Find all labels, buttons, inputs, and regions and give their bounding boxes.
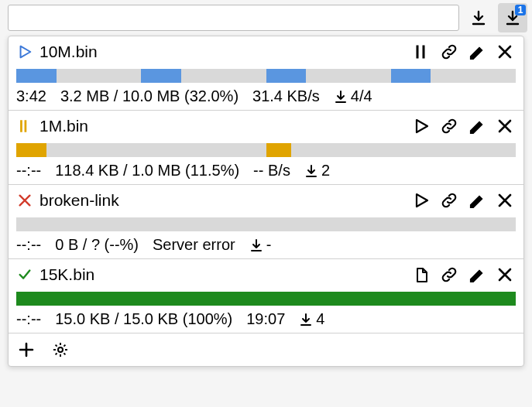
state-running-icon bbox=[16, 44, 33, 60]
edit-button[interactable] bbox=[466, 115, 488, 137]
settings-button[interactable] bbox=[49, 338, 72, 361]
download-item: 15K.bin --:-- 15.0 KB / 15.0 KB (100%) 1… bbox=[9, 259, 523, 333]
panel-footer bbox=[9, 333, 523, 366]
play-button[interactable] bbox=[410, 115, 432, 137]
edit-button[interactable] bbox=[466, 264, 488, 286]
connections: 4/4 bbox=[334, 87, 372, 105]
download-small-icon bbox=[334, 90, 348, 104]
state-done-icon bbox=[16, 267, 33, 282]
download-filename: broken-link bbox=[39, 191, 404, 210]
progress-bar bbox=[16, 217, 516, 231]
speed: Server error bbox=[153, 236, 235, 254]
connections: 2 bbox=[304, 162, 330, 180]
downloads-panel: 10M.bin 3:42 3.2 MB / 10.0 MB (32.0%) 31… bbox=[8, 36, 524, 367]
download-small-icon bbox=[249, 238, 263, 252]
connections: 4 bbox=[299, 310, 324, 328]
downloads-button[interactable] bbox=[464, 3, 493, 32]
pause-button[interactable] bbox=[410, 41, 432, 63]
file-button[interactable] bbox=[410, 264, 432, 286]
progress-text: 3.2 MB / 10.0 MB (32.0%) bbox=[60, 87, 239, 105]
edit-button[interactable] bbox=[466, 190, 488, 211]
download-small-icon bbox=[299, 313, 313, 327]
link-button[interactable] bbox=[438, 190, 460, 211]
download-filename: 10M.bin bbox=[39, 43, 404, 61]
download-manager-button[interactable]: 1 bbox=[498, 3, 527, 32]
download-filename: 15K.bin bbox=[39, 265, 404, 284]
add-download-button[interactable] bbox=[15, 338, 38, 361]
play-button[interactable] bbox=[410, 190, 432, 211]
link-button[interactable] bbox=[438, 41, 460, 63]
progress-text: 0 B / ? (--%) bbox=[55, 236, 139, 254]
download-item: 10M.bin 3:42 3.2 MB / 10.0 MB (32.0%) 31… bbox=[9, 36, 523, 111]
close-button[interactable] bbox=[494, 190, 516, 211]
eta: --:-- bbox=[16, 236, 41, 254]
state-error-icon bbox=[16, 193, 33, 208]
eta: 3:42 bbox=[16, 87, 46, 105]
download-small-icon bbox=[304, 164, 318, 178]
download-filename: 1M.bin bbox=[39, 117, 404, 135]
close-button[interactable] bbox=[494, 264, 516, 286]
download-item: 1M.bin --:-- 118.4 KB / 1.0 MB (11.5%) -… bbox=[9, 111, 523, 185]
close-button[interactable] bbox=[494, 115, 516, 137]
speed: -- B/s bbox=[253, 162, 290, 180]
close-button[interactable] bbox=[494, 41, 516, 63]
link-button[interactable] bbox=[438, 264, 460, 286]
eta: --:-- bbox=[16, 162, 41, 180]
browser-toolbar: 1 bbox=[0, 0, 532, 36]
progress-text: 15.0 KB / 15.0 KB (100%) bbox=[55, 310, 232, 328]
progress-text: 118.4 KB / 1.0 MB (11.5%) bbox=[55, 162, 239, 180]
state-paused-icon bbox=[16, 118, 33, 134]
link-button[interactable] bbox=[438, 115, 460, 137]
download-item: broken-link --:-- 0 B / ? (--%) Server e… bbox=[9, 185, 523, 259]
speed: 31.4 KB/s bbox=[252, 87, 320, 105]
address-bar[interactable] bbox=[8, 5, 459, 31]
progress-bar bbox=[16, 69, 516, 83]
eta: --:-- bbox=[16, 310, 41, 328]
progress-bar bbox=[16, 143, 516, 157]
speed: 19:07 bbox=[246, 310, 285, 328]
edit-button[interactable] bbox=[466, 41, 488, 63]
download-badge: 1 bbox=[515, 5, 526, 15]
progress-bar bbox=[16, 292, 516, 306]
connections: - bbox=[249, 236, 272, 254]
